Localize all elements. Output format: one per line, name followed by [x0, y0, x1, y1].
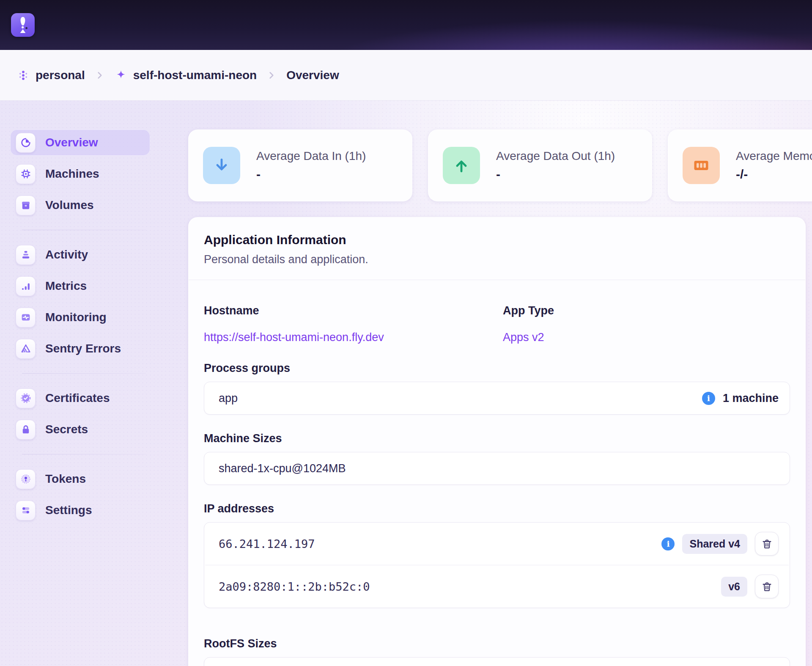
ip-address-row: 2a09:8280:1::2b:b52c:0 v6 — [204, 565, 790, 608]
sidebar-item-machines[interactable]: Machines — [10, 161, 150, 187]
upload-arrow-icon — [443, 147, 480, 184]
sidebar-item-label: Certificates — [45, 391, 110, 405]
stat-value: - — [256, 167, 366, 182]
breadcrumb-org[interactable]: personal — [17, 69, 85, 82]
token-icon — [16, 469, 36, 489]
application-information-card: Application Information Personal details… — [188, 217, 806, 666]
sidebar-item-metrics[interactable]: Metrics — [10, 273, 150, 299]
ip-address-value: 66.241.124.197 — [219, 537, 315, 550]
main-content: Average Data In (1h) - Average Data Out … — [188, 129, 806, 666]
info-icon[interactable]: i — [661, 537, 675, 550]
sentry-icon — [16, 339, 36, 359]
sidebar-item-label: Tokens — [45, 472, 86, 486]
machines-icon — [16, 164, 36, 184]
monitoring-icon — [16, 308, 36, 327]
breadcrumb-page-label: Overview — [286, 69, 339, 82]
sidebar-item-label: Machines — [45, 167, 99, 181]
ip-type-badge: Shared v4 — [682, 534, 747, 554]
sidebar-item-label: Settings — [45, 504, 92, 517]
metrics-icon — [16, 276, 36, 296]
sidebar-item-label: Activity — [45, 248, 88, 261]
org-dots-icon — [17, 69, 30, 82]
ip-type-badge: v6 — [721, 577, 747, 597]
card-title: Application Information — [204, 233, 790, 247]
stat-cards-row: Average Data In (1h) - Average Data Out … — [188, 129, 812, 201]
sidebar-divider — [22, 373, 146, 374]
sidebar-item-label: Volumes — [45, 198, 94, 212]
sparkle-icon — [115, 69, 127, 82]
hostname-link[interactable]: https://self-host-umami-neon.fly.dev — [204, 330, 384, 344]
sidebar-item-label: Overview — [45, 136, 98, 149]
ip-address-row: 66.241.124.197 i Shared v4 — [204, 523, 790, 565]
hostname-label: Hostname — [204, 304, 503, 317]
sidebar-item-label: Secrets — [45, 423, 88, 436]
sidebar-item-label: Metrics — [45, 279, 87, 293]
sidebar-item-label: Monitoring — [45, 311, 107, 324]
sidebar-item-label: Sentry Errors — [45, 342, 121, 355]
sidebar-divider — [22, 454, 146, 454]
sidebar: Overview Machines Volumes — [10, 129, 150, 666]
activity-icon — [16, 245, 36, 265]
stat-label: Average Memory — [736, 149, 812, 163]
app-type-link[interactable]: Apps v2 — [503, 330, 544, 344]
sidebar-item-monitoring[interactable]: Monitoring — [10, 304, 150, 330]
fly-balloon-icon[interactable] — [11, 13, 35, 37]
certificate-icon — [16, 388, 36, 408]
stat-label: Average Data In (1h) — [256, 149, 366, 163]
card-subtitle: Personal details and application. — [204, 253, 790, 266]
sidebar-divider — [22, 230, 146, 230]
machine-sizes-label: Machine Sizes — [204, 432, 790, 445]
process-groups-label: Process groups — [204, 361, 790, 375]
process-group-name: app — [219, 392, 238, 405]
ip-addresses-label: IP addresses — [204, 502, 790, 515]
sidebar-item-certificates[interactable]: Certificates — [10, 385, 150, 411]
sidebar-item-volumes[interactable]: Volumes — [10, 192, 150, 218]
chevron-right-icon — [266, 70, 277, 81]
sidebar-item-settings[interactable]: Settings — [10, 497, 150, 523]
breadcrumb-org-label: personal — [36, 69, 85, 82]
stat-value: - — [496, 167, 615, 182]
sidebar-item-activity[interactable]: Activity — [10, 242, 150, 268]
download-arrow-icon — [203, 147, 240, 184]
stat-value: -/- — [736, 167, 812, 182]
info-icon[interactable]: i — [702, 392, 715, 405]
overview-icon — [16, 133, 36, 153]
delete-ip-button[interactable] — [755, 532, 779, 556]
top-app-bar — [0, 0, 812, 50]
breadcrumb-page[interactable]: Overview — [286, 69, 339, 82]
rootfs-sizes-label: RootFS Sizes — [204, 637, 790, 650]
machine-size-row: shared-1x-cpu@1024MB — [204, 452, 790, 484]
volumes-icon — [16, 195, 36, 215]
breadcrumb-app-label: self-host-umami-neon — [133, 69, 257, 82]
stat-label: Average Data Out (1h) — [496, 149, 615, 163]
process-group-machine-count: 1 machine — [723, 392, 779, 405]
sidebar-item-overview[interactable]: Overview — [10, 129, 150, 156]
rootfs-row: 171 MB i 1 machine — [204, 658, 790, 666]
app-type-label: App Type — [503, 304, 790, 317]
stat-card-data-out: Average Data Out (1h) - — [428, 129, 652, 201]
sidebar-item-sentry-errors[interactable]: Sentry Errors — [10, 336, 150, 362]
settings-icon — [16, 501, 36, 520]
memory-chip-icon — [683, 147, 720, 184]
sidebar-item-tokens[interactable]: Tokens — [10, 466, 150, 492]
stat-card-data-in: Average Data In (1h) - — [188, 129, 412, 201]
ip-address-value: 2a09:8280:1::2b:b52c:0 — [219, 580, 370, 593]
chevron-right-icon — [94, 70, 105, 81]
sidebar-item-secrets[interactable]: Secrets — [10, 416, 150, 443]
delete-ip-button[interactable] — [755, 575, 779, 598]
breadcrumb: personal self-host-umami-neon Overview — [0, 50, 812, 101]
stat-card-memory: Average Memory -/- — [668, 129, 812, 201]
process-group-row: app i 1 machine — [204, 382, 790, 414]
breadcrumb-app[interactable]: self-host-umami-neon — [115, 69, 257, 82]
lock-icon — [16, 420, 36, 440]
machine-size-value: shared-1x-cpu@1024MB — [219, 462, 346, 475]
